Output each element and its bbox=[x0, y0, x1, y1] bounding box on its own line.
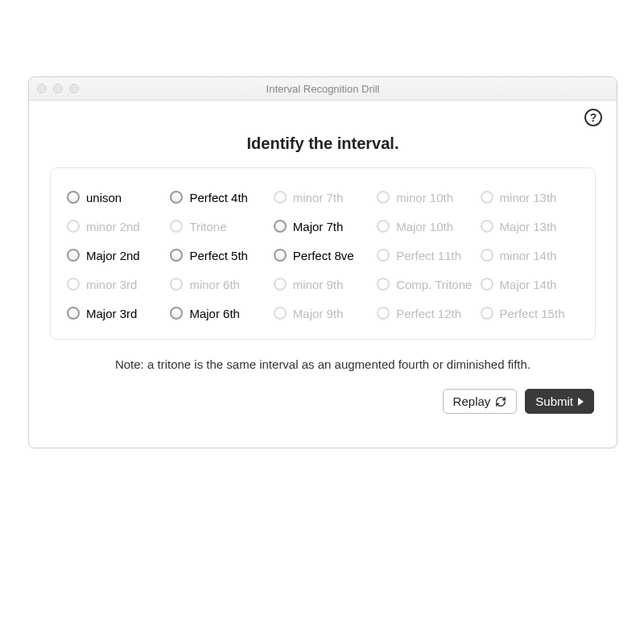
interval-option[interactable]: Perfect 5th bbox=[170, 249, 268, 262]
submit-button[interactable]: Submit bbox=[525, 389, 594, 414]
interval-option: Comp. Tritone bbox=[377, 278, 475, 291]
radio-icon bbox=[377, 249, 390, 262]
interval-option-label: Perfect 12th bbox=[396, 307, 461, 320]
interval-option: Major 14th bbox=[481, 278, 579, 291]
interval-option-label: Perfect 8ve bbox=[293, 249, 354, 262]
window-title: Interval Recognition Drill bbox=[29, 83, 617, 95]
titlebar: Interval Recognition Drill bbox=[29, 77, 617, 101]
interval-option-label: Major 13th bbox=[500, 220, 557, 233]
interval-option[interactable]: Major 7th bbox=[274, 220, 372, 233]
radio-icon bbox=[67, 249, 80, 262]
radio-icon bbox=[67, 278, 80, 291]
footer-buttons: Replay Submit bbox=[50, 389, 596, 414]
radio-icon bbox=[377, 220, 390, 233]
interval-option: minor 3rd bbox=[67, 278, 165, 291]
interval-option-label: Comp. Tritone bbox=[396, 278, 472, 291]
radio-icon bbox=[274, 249, 287, 262]
radio-icon bbox=[67, 191, 80, 204]
minimize-window-button[interactable] bbox=[53, 84, 63, 93]
interval-option-label: minor 10th bbox=[396, 191, 453, 204]
interval-option-label: Major 6th bbox=[189, 307, 240, 320]
interval-option-label: Tritone bbox=[189, 220, 226, 233]
interval-option: Perfect 12th bbox=[377, 307, 475, 320]
interval-option: Tritone bbox=[170, 220, 268, 233]
tritone-note: Note: a tritone is the same interval as … bbox=[50, 357, 596, 371]
interval-options: unisonPerfect 4thminor 7thminor 10thmino… bbox=[50, 167, 596, 340]
radio-icon bbox=[377, 191, 390, 204]
replay-button-label: Replay bbox=[453, 394, 491, 408]
radio-icon bbox=[377, 307, 390, 320]
interval-option: minor 10th bbox=[377, 191, 475, 204]
interval-option: minor 9th bbox=[274, 278, 372, 291]
interval-option-label: Perfect 5th bbox=[189, 249, 248, 262]
interval-option-label: minor 7th bbox=[293, 191, 344, 204]
interval-option-label: minor 9th bbox=[293, 278, 344, 291]
interval-option: Perfect 15th bbox=[481, 307, 579, 320]
radio-icon bbox=[170, 220, 183, 233]
radio-icon bbox=[67, 307, 80, 320]
interval-option-label: minor 13th bbox=[500, 191, 557, 204]
radio-icon bbox=[481, 220, 493, 233]
radio-icon bbox=[481, 278, 493, 291]
interval-option-label: Major 14th bbox=[500, 278, 557, 291]
help-icon[interactable]: ? bbox=[584, 109, 602, 126]
play-icon bbox=[578, 398, 584, 406]
interval-option-label: minor 6th bbox=[189, 278, 240, 291]
content-area: ? Identify the interval. unisonPerfect 4… bbox=[29, 101, 617, 428]
radio-icon bbox=[170, 191, 183, 204]
interval-option-label: Major 7th bbox=[293, 220, 344, 233]
interval-option: Perfect 11th bbox=[377, 249, 475, 262]
interval-option-label: Perfect 4th bbox=[189, 191, 248, 204]
interval-option: Major 13th bbox=[481, 220, 579, 233]
interval-option: Major 10th bbox=[377, 220, 475, 233]
interval-option-label: minor 2nd bbox=[86, 220, 140, 233]
radio-icon bbox=[481, 249, 493, 262]
page-title: Identify the interval. bbox=[50, 134, 596, 153]
interval-option: minor 6th bbox=[170, 278, 268, 291]
interval-option-label: Perfect 15th bbox=[500, 307, 565, 320]
radio-icon bbox=[481, 191, 493, 204]
interval-option: minor 14th bbox=[481, 249, 579, 262]
interval-option[interactable]: unison bbox=[67, 191, 165, 204]
close-window-button[interactable] bbox=[37, 84, 47, 93]
app-window: Interval Recognition Drill ? Identify th… bbox=[28, 76, 617, 448]
interval-option: minor 2nd bbox=[67, 220, 165, 233]
radio-icon bbox=[377, 278, 390, 291]
interval-option-label: unison bbox=[86, 191, 122, 204]
radio-icon bbox=[170, 249, 183, 262]
interval-option: minor 7th bbox=[274, 191, 372, 204]
interval-option: Major 9th bbox=[274, 307, 372, 320]
radio-icon bbox=[274, 278, 287, 291]
radio-icon bbox=[67, 220, 80, 233]
refresh-icon bbox=[495, 396, 506, 407]
zoom-window-button[interactable] bbox=[69, 84, 79, 93]
interval-option-label: minor 14th bbox=[500, 249, 557, 262]
interval-option-label: minor 3rd bbox=[86, 278, 137, 291]
radio-icon bbox=[170, 278, 183, 291]
interval-option-label: Major 3rd bbox=[86, 307, 137, 320]
interval-option[interactable]: Major 2nd bbox=[67, 249, 165, 262]
radio-icon bbox=[274, 191, 287, 204]
interval-option[interactable]: Perfect 8ve bbox=[274, 249, 372, 262]
interval-option: minor 13th bbox=[481, 191, 579, 204]
radio-icon bbox=[170, 307, 183, 320]
interval-option-label: Major 2nd bbox=[86, 249, 140, 262]
replay-button[interactable]: Replay bbox=[443, 389, 518, 414]
interval-option[interactable]: Major 6th bbox=[170, 307, 268, 320]
interval-option-label: Major 10th bbox=[396, 220, 453, 233]
radio-icon bbox=[274, 220, 287, 233]
submit-button-label: Submit bbox=[535, 394, 573, 408]
interval-option-label: Major 9th bbox=[293, 307, 344, 320]
interval-option[interactable]: Perfect 4th bbox=[170, 191, 268, 204]
window-controls bbox=[29, 84, 79, 93]
radio-icon bbox=[274, 307, 287, 320]
interval-option-label: Perfect 11th bbox=[396, 249, 461, 262]
radio-icon bbox=[481, 307, 493, 320]
interval-option[interactable]: Major 3rd bbox=[67, 307, 165, 320]
